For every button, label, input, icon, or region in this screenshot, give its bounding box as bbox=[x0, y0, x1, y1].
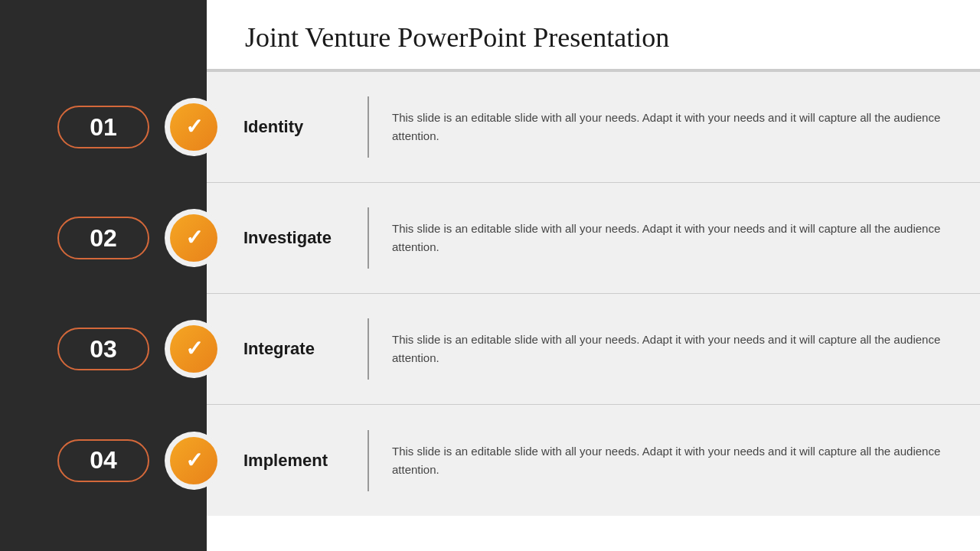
item-label-area: Investigate bbox=[207, 228, 345, 248]
check-circle-wrapper: ✓ bbox=[165, 432, 223, 490]
list-item: 01 ✓ Identity This slide is an editable … bbox=[207, 72, 980, 183]
number-badge: 02 bbox=[57, 217, 149, 259]
checkmark-icon: ✓ bbox=[185, 450, 203, 471]
item-description: This slide is an editable slide with all… bbox=[392, 109, 980, 145]
checkmark-icon: ✓ bbox=[185, 227, 203, 249]
divider-line bbox=[368, 430, 369, 491]
number-badge: 01 bbox=[57, 106, 149, 148]
list-item: 02 ✓ Investigate This slide is an editab… bbox=[207, 183, 980, 294]
checkmark-icon: ✓ bbox=[185, 116, 203, 138]
divider-line bbox=[368, 96, 369, 158]
divider-line bbox=[368, 207, 369, 269]
number-badge: 03 bbox=[57, 328, 149, 370]
number-badge: 04 bbox=[57, 439, 149, 482]
item-label: Investigate bbox=[243, 228, 332, 247]
page-title: Joint Venture PowerPoint Presentation bbox=[245, 21, 942, 54]
check-circle-wrapper: ✓ bbox=[165, 98, 223, 156]
checkmark-icon: ✓ bbox=[185, 338, 203, 360]
item-number: 02 bbox=[90, 224, 117, 253]
item-description: This slide is an editable slide with all… bbox=[392, 220, 980, 256]
items-container: 01 ✓ Identity This slide is an editable … bbox=[207, 72, 980, 551]
check-circle: ✓ bbox=[170, 437, 217, 484]
check-circle-wrapper: ✓ bbox=[165, 320, 223, 378]
item-label: Identity bbox=[243, 117, 303, 136]
main-content: Joint Venture PowerPoint Presentation 01… bbox=[207, 0, 980, 551]
check-circle: ✓ bbox=[170, 103, 217, 151]
title-area: Joint Venture PowerPoint Presentation bbox=[207, 0, 980, 70]
item-description: This slide is an editable slide with all… bbox=[392, 331, 980, 367]
item-label-area: Implement bbox=[207, 451, 345, 471]
check-circle: ✓ bbox=[170, 214, 217, 262]
item-label: Integrate bbox=[243, 339, 315, 358]
check-circle-wrapper: ✓ bbox=[165, 209, 223, 267]
item-number: 01 bbox=[90, 113, 117, 142]
check-circle: ✓ bbox=[170, 325, 217, 373]
item-number: 04 bbox=[90, 446, 117, 474]
list-item: 03 ✓ Integrate This slide is an editable… bbox=[207, 294, 980, 405]
item-label-area: Identity bbox=[207, 117, 345, 137]
item-label-area: Integrate bbox=[207, 339, 345, 359]
divider-line bbox=[368, 318, 369, 380]
list-item: 04 ✓ Implement This slide is an editable… bbox=[207, 405, 980, 516]
item-description: This slide is an editable slide with all… bbox=[392, 442, 980, 479]
item-number: 03 bbox=[90, 335, 117, 364]
item-label: Implement bbox=[243, 451, 328, 470]
